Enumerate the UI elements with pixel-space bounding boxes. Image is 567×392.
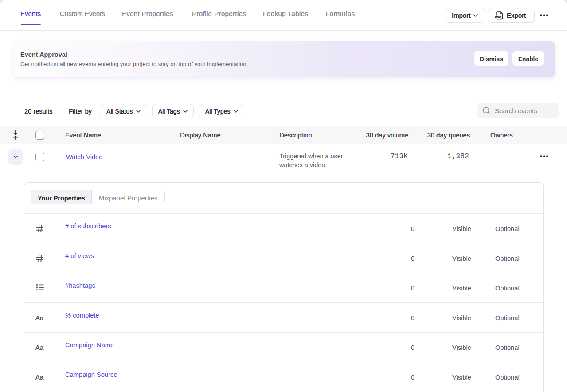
svg-text:csv: csv: [495, 16, 501, 19]
